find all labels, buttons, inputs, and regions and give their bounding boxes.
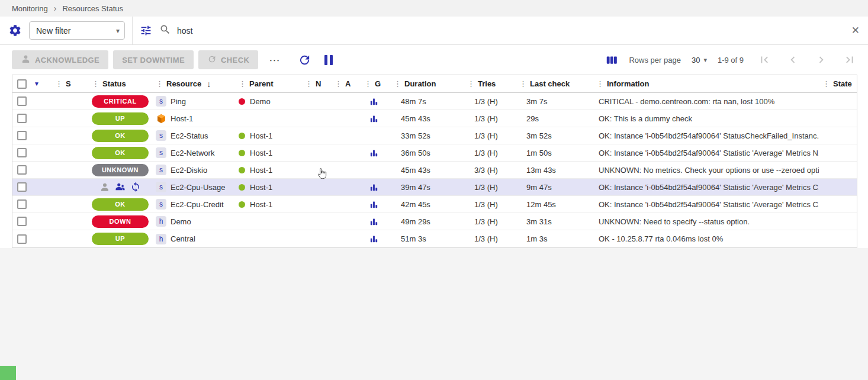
resource-cell[interactable]: s Ec2-Cpu-Credit: [152, 196, 235, 212]
filter-options-icon[interactable]: [140, 24, 152, 37]
row-checkbox[interactable]: [17, 114, 27, 123]
resource-cell[interactable]: h Demo: [152, 213, 235, 230]
acknowledge-button[interactable]: ACKNOWLEDGE: [12, 50, 108, 69]
filter-select[interactable]: New filter ▾: [29, 21, 125, 40]
resource-cell[interactable]: s Ec2-Status: [152, 127, 235, 144]
resource-type-badge: s: [156, 182, 166, 192]
graph-icon[interactable]: [369, 234, 379, 244]
row-checkbox[interactable]: [17, 148, 27, 157]
parent-cell[interactable]: [235, 230, 301, 247]
table-row[interactable]: UP h Central 51m 3s 1/3 (H) 1m 3s OK - 1…: [12, 230, 857, 247]
breadcrumb-monitoring[interactable]: Monitoring: [12, 4, 48, 13]
next-page-icon[interactable]: [815, 53, 828, 66]
refresh-icon: [207, 54, 217, 66]
col-header-duration[interactable]: ⋮Duration: [390, 75, 464, 92]
graph-icon[interactable]: [369, 217, 379, 227]
parent-cell[interactable]: [235, 110, 301, 127]
status-cell: CRITICAL: [88, 93, 152, 110]
resource-cell[interactable]: h Central: [152, 230, 235, 247]
tries-cell: 1/3 (H): [464, 213, 516, 230]
graph-icon[interactable]: [369, 199, 379, 210]
information-cell: OK: Instance 'i-0b54bd2f54af90064' Stati…: [593, 144, 819, 161]
parent-cell[interactable]: Host-1: [235, 144, 301, 161]
resource-cell[interactable]: Host-1: [152, 110, 235, 127]
graph-icon[interactable]: [369, 182, 379, 192]
parent-cell[interactable]: Host-1: [235, 196, 301, 212]
notes-cell: [301, 196, 331, 212]
resource-cell[interactable]: s Ec2-Diskio: [152, 162, 235, 178]
duration-cell: 33m 52s: [390, 127, 464, 144]
resource-cell[interactable]: s Ec2-Cpu-Usage: [152, 179, 235, 195]
check-button[interactable]: CHECK: [198, 50, 258, 69]
col-header-resource[interactable]: ⋮Resource↓: [152, 75, 235, 92]
search-input[interactable]: [177, 26, 844, 36]
col-header-information[interactable]: ⋮Information: [593, 75, 819, 92]
col-header-parent[interactable]: ⋮Parent: [235, 75, 301, 92]
last-check-cell: 9m 47s: [516, 179, 593, 195]
resource-type-badge: s: [156, 130, 166, 141]
severity-cell: [52, 127, 88, 144]
parent-cell[interactable]: Host-1: [235, 179, 301, 195]
more-actions-button[interactable]: ⋯: [264, 53, 285, 67]
resource-cell[interactable]: s Ec2-Network: [152, 144, 235, 161]
graph-icon[interactable]: [369, 148, 379, 158]
col-header-severity[interactable]: ⋮S: [52, 75, 88, 92]
parent-cell[interactable]: Host-1: [235, 127, 301, 144]
select-all-checkbox[interactable]: [17, 79, 27, 89]
col-header-last-check[interactable]: ⋮Last check: [516, 75, 593, 92]
row-checkbox[interactable]: [17, 131, 27, 140]
settings-gear-icon[interactable]: [8, 24, 22, 37]
col-label: Status: [102, 79, 126, 88]
resource-name: Ec2-Network: [171, 149, 214, 157]
previous-page-icon[interactable]: [786, 53, 799, 66]
table-row[interactable]: OK s Ec2-Status Host-1 33m 52s 1/3 (H) 3…: [12, 127, 857, 144]
refresh-icon[interactable]: [298, 53, 311, 67]
resource-name: Ec2-Cpu-Usage: [171, 183, 226, 192]
row-checkbox[interactable]: [17, 165, 27, 175]
parent-cell[interactable]: Demo: [235, 93, 301, 110]
status-badge: CRITICAL: [92, 95, 149, 108]
col-header-sort[interactable]: ▼: [30, 75, 52, 92]
set-downtime-button[interactable]: SET DOWNTIME: [113, 50, 194, 69]
information-cell: OK: Instance 'i-0b54bd2f54af90064' Statu…: [593, 127, 819, 144]
graph-icon[interactable]: [369, 96, 379, 107]
col-label: Tries: [478, 79, 496, 88]
acknowledged-icon: [99, 182, 110, 192]
parent-cell[interactable]: [235, 213, 301, 230]
bottom-left-green-badge[interactable]: [0, 366, 16, 380]
notes-cell: [301, 230, 331, 247]
breadcrumb-resources-status[interactable]: Resources Status: [62, 4, 123, 13]
severity-cell: [52, 179, 88, 195]
sort-desc-icon[interactable]: ▼: [34, 80, 40, 87]
col-header-status[interactable]: ⋮Status: [88, 75, 152, 92]
row-checkbox[interactable]: [17, 199, 27, 209]
graph-icon[interactable]: [369, 114, 379, 124]
row-checkbox[interactable]: [17, 182, 27, 192]
first-page-icon[interactable]: [758, 53, 771, 66]
table-row[interactable]: UP Host-1 45m 43s 1/3 (H) 29s OK: This i…: [12, 110, 857, 127]
col-header-notes[interactable]: ⋮N: [301, 75, 331, 92]
parent-cell[interactable]: Host-1: [235, 162, 301, 178]
graph-cell: [361, 127, 390, 144]
row-checkbox[interactable]: [17, 234, 27, 244]
table-row[interactable]: OK s Ec2-Cpu-Credit Host-1 42m 45s 1/3 (…: [12, 196, 857, 213]
col-header-tries[interactable]: ⋮Tries: [464, 75, 516, 92]
table-row[interactable]: s Ec2-Cpu-Usage Host-1 39m 47s 1/3 (H) 9…: [12, 179, 857, 196]
row-checkbox[interactable]: [17, 217, 27, 226]
table-row[interactable]: UNKNOWN s Ec2-Diskio Host-1 45m 43s 3/3 …: [12, 162, 857, 179]
col-header-graph[interactable]: ⋮G: [361, 75, 390, 92]
columns-icon[interactable]: [606, 54, 618, 66]
last-page-icon[interactable]: [843, 53, 856, 66]
duration-cell: 51m 3s: [390, 230, 464, 247]
col-header-action[interactable]: ⋮A: [331, 75, 361, 92]
rows-per-page-select[interactable]: 30 ▾: [692, 56, 707, 65]
col-header-state[interactable]: ⋮State: [819, 75, 857, 92]
pause-icon[interactable]: [324, 55, 333, 65]
sort-asc-icon[interactable]: ↓: [207, 79, 211, 89]
table-row[interactable]: DOWN h Demo 49m 29s 1/3 (H) 3m 31s UNKNO…: [12, 213, 857, 230]
resource-cell[interactable]: s Ping: [152, 93, 235, 110]
table-row[interactable]: OK s Ec2-Network Host-1 36m 50s 1/3 (H) …: [12, 144, 857, 162]
row-checkbox[interactable]: [17, 96, 27, 106]
clear-search-icon[interactable]: ✕: [851, 24, 860, 37]
table-row[interactable]: CRITICAL s Ping Demo 48m 7s 1/3 (H) 3m 7…: [12, 93, 857, 110]
